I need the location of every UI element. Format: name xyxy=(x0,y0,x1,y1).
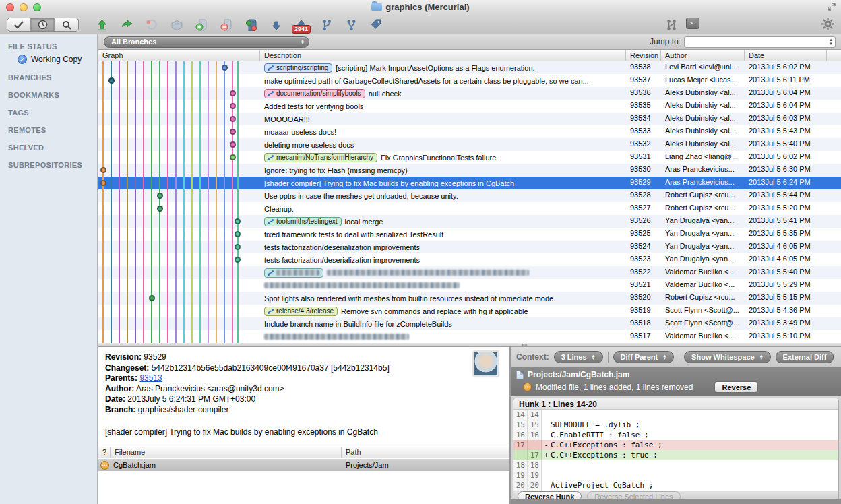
discard-icon[interactable] xyxy=(144,18,160,32)
commit-row-93530[interactable]: Ignore: trying to fix Flash (missing mem… xyxy=(98,164,841,177)
main-area: All Branches ▲▼ Jump to: ▲▼ Graph Descri… xyxy=(98,34,841,504)
external-diff-button[interactable]: External Diff xyxy=(776,351,834,363)
column-header-author[interactable]: Author xyxy=(661,50,745,61)
new-line-number: 19 xyxy=(528,470,542,480)
commit-author: Scott Flynn <Scott@... xyxy=(661,305,745,317)
column-header-filename[interactable]: Filename xyxy=(111,447,342,458)
add-icon[interactable] xyxy=(193,18,210,32)
settings-gear-icon[interactable] xyxy=(821,18,834,30)
diff-parent-dropdown[interactable]: Diff Parent▲▼ xyxy=(613,351,675,363)
commit-row-93535[interactable]: Added tests for verifying bools93535Alek… xyxy=(98,100,841,113)
checkout-icon[interactable] xyxy=(119,18,135,32)
sidebar-section-header[interactable]: BOOKMARKS xyxy=(8,91,97,99)
commit-row-93531[interactable]: mecanim/NoTransformHierarchyFix Graphics… xyxy=(98,151,841,164)
file-status-view-button[interactable] xyxy=(7,18,31,31)
diff-line-ctx[interactable]: 1515SUFMODULE = .dylib ; xyxy=(513,420,838,430)
hg-flow-icon[interactable] xyxy=(663,18,679,32)
filler-cell xyxy=(827,228,841,241)
revision-value: 93529 xyxy=(144,352,166,362)
commit-row-93520[interactable]: Spot lights also rendered with meshes fr… xyxy=(98,292,841,305)
log-view-button[interactable] xyxy=(31,18,55,31)
branch-label-text: release/4.3/release xyxy=(276,307,334,315)
terminal-icon[interactable]: >_ xyxy=(686,18,699,29)
branch-icon[interactable] xyxy=(318,18,334,32)
commit-detail-pane: Revision: 93529 Changeset: 5442b12314b56… xyxy=(98,347,511,504)
commit-row-93524[interactable]: tests factorization/deserialization impr… xyxy=(98,241,841,253)
commit-revision: 93528 xyxy=(626,189,661,202)
fullscreen-icon[interactable] xyxy=(828,3,837,12)
reverse-button[interactable]: Reverse xyxy=(714,381,758,393)
commit-date: 2013Jul 5 5:29 PM xyxy=(745,279,827,292)
sidebar-section-header[interactable]: REMOTES xyxy=(8,126,97,134)
commit-row-93521[interactable]: 93521Valdemar Bucilko <...2013Jul 5 5:29… xyxy=(98,279,841,292)
commit-row-93534[interactable]: MOOOOAR!!!93534Aleks Dubinskiy <al...201… xyxy=(98,113,841,125)
splitter-handle-icon[interactable] xyxy=(522,344,527,346)
commit-author: Aleks Dubinskiy <al... xyxy=(661,125,745,138)
diff-line-ctx[interactable]: 2020ActiveProject CgBatch ; xyxy=(513,480,838,491)
sidebar-section-header[interactable]: SHELVED xyxy=(8,144,97,152)
commit-author: Scott Flynn <Scott@... xyxy=(661,317,745,330)
show-whitespace-dropdown[interactable]: Show Whitespace▲▼ xyxy=(684,351,770,363)
sidebar-section-header[interactable]: BRANCHES xyxy=(8,73,97,82)
author-value: Aras Pranckevicius <aras@unity3d.com> xyxy=(136,384,284,393)
titlebar[interactable]: graphics (Mercurial) xyxy=(0,0,841,15)
diff-code-text: C.EnableRTTI : false ; xyxy=(551,430,838,440)
push-icon[interactable]: 2941 xyxy=(293,18,309,32)
remove-icon[interactable] xyxy=(218,18,235,32)
shelve-icon[interactable] xyxy=(168,18,185,32)
commit-row-93537[interactable]: make optimized path of GarbageCollectSha… xyxy=(98,74,841,87)
diff-line-ctx[interactable]: 1818 xyxy=(513,460,838,470)
tag-icon[interactable] xyxy=(368,18,384,32)
column-header-path[interactable]: Path xyxy=(342,447,509,458)
diff-line-ctx[interactable]: 1616C.EnableRTTI : false ; xyxy=(513,430,838,440)
sidebar-item-working-copy[interactable]: ✓Working Copy xyxy=(8,51,97,64)
commit-row-93536[interactable]: documentation/simplifyboolsnull check935… xyxy=(98,87,841,100)
modified-status-icon: ⋯ xyxy=(523,383,532,391)
commit-row-93519[interactable]: release/4.3/releaseRemove svn commands a… xyxy=(98,305,841,317)
commit-row-93527[interactable]: Cleanup.93527Robert Cupisz <rcu...2013Ju… xyxy=(98,202,841,215)
column-header-status[interactable]: ? xyxy=(98,447,111,458)
diff-lines[interactable]: 14141515SUFMODULE = .dylib ;1616C.Enable… xyxy=(513,410,838,491)
context-lines-dropdown[interactable]: 3 Lines▲▼ xyxy=(554,351,603,363)
commit-row-93518[interactable]: Include branch name in BuildInfo file fo… xyxy=(98,317,841,330)
new-line-number: 16 xyxy=(528,430,542,440)
diff-line-del[interactable]: 17-C.C++Exceptions : false ; xyxy=(513,440,838,450)
jump-to-combobox[interactable]: ▲▼ xyxy=(684,36,836,48)
column-header-revision[interactable]: Revision xyxy=(626,50,661,61)
commit-row-93533[interactable]: moaaar useless docs!93533Aleks Dubinskiy… xyxy=(98,125,841,138)
branch-filter-dropdown[interactable]: All Branches ▲▼ xyxy=(104,36,309,48)
commit-row-93517[interactable]: 93517Valdemar Bucilko <...2013Jul 5 5:10… xyxy=(98,330,841,343)
commit-row-93525[interactable]: fixed framework tests to deal with seria… xyxy=(98,228,841,241)
diff-line-add[interactable]: 17+C.C++Exceptions : true ; xyxy=(513,450,838,460)
changeset-label: Changeset: xyxy=(105,363,149,373)
column-header-description[interactable]: Description xyxy=(260,50,626,61)
diff-line-ctx[interactable]: 1414 xyxy=(513,410,838,420)
commit-row-93538[interactable]: scripting/scripting[scripting] Mark Impo… xyxy=(98,61,841,74)
branch-label-chip: documentation/simplifybools xyxy=(264,89,365,98)
sidebar-section-header[interactable]: SUBREPOSITORIES xyxy=(8,161,97,169)
commit-row-93522[interactable]: 93522Valdemar Bucilko <...2013Jul 5 5:40… xyxy=(98,266,841,279)
merge-icon[interactable] xyxy=(343,18,359,32)
add-remove-icon[interactable] xyxy=(243,18,259,32)
column-header-graph[interactable]: Graph xyxy=(98,50,260,61)
parent-revision-link[interactable]: 93513 xyxy=(139,373,162,383)
sidebar-section-header[interactable]: TAGS xyxy=(8,108,97,117)
column-header-date[interactable]: Date xyxy=(745,50,827,61)
commit-row-93528[interactable]: Use pptrs in case the meshes get unloade… xyxy=(98,189,841,202)
commit-row-93523[interactable]: tests factorization/deserialization impr… xyxy=(98,253,841,266)
sidebar-section-header[interactable]: FILE STATUS xyxy=(8,42,97,51)
commit-row-93532[interactable]: deleting more useless docs93532Aleks Dub… xyxy=(98,138,841,151)
filler-cell xyxy=(827,74,841,87)
diff-line-ctx[interactable]: 1919 xyxy=(513,470,838,480)
pull-icon[interactable] xyxy=(268,18,284,32)
commit-row-93526[interactable]: toolsmiths/testingextlocal merge93526Yan… xyxy=(98,215,841,228)
filler-cell xyxy=(827,113,841,125)
reverse-hunk-button[interactable]: Reverse Hunk xyxy=(518,491,582,499)
file-row[interactable]: ⋯ CgBatch.jam Projects/Jam xyxy=(98,459,509,471)
commit-row-93529[interactable]: [shader compiler] Trying to fix Mac buil… xyxy=(98,177,841,189)
filler-cell xyxy=(827,330,841,343)
search-view-button[interactable] xyxy=(55,18,78,31)
commit-description: Spot lights also rendered with meshes fr… xyxy=(260,292,626,305)
commit-icon[interactable] xyxy=(94,18,110,32)
commit-author: Aleks Dubinskiy <al... xyxy=(661,100,745,113)
